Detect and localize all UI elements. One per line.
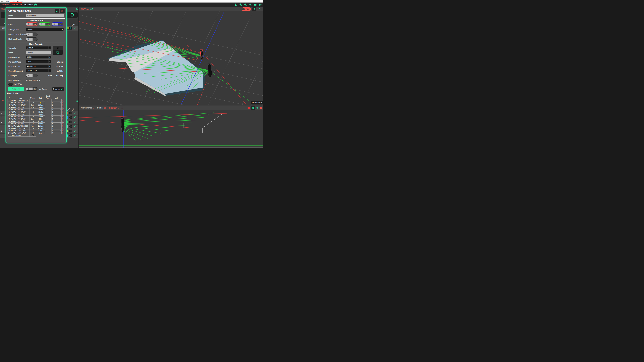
option-select[interactable]: 0° ▾	[30, 102, 36, 104]
control-panel-tab[interactable]: Con	[1, 99, 4, 101]
row-delete-button[interactable]	[62, 120, 64, 122]
screenshot-button[interactable]	[252, 8, 256, 11]
record-button[interactable]	[248, 107, 250, 109]
moon-icon[interactable]	[234, 3, 237, 6]
tab-3d-view[interactable]: 3D View	[81, 8, 88, 10]
speaker-array-upper-selected[interactable]	[200, 50, 203, 59]
mute-toggle[interactable]	[69, 134, 72, 137]
link-select[interactable]: 6▾	[52, 125, 62, 127]
speakers-per-group-input[interactable]: 2Sp.	[26, 87, 38, 91]
row-delete-button[interactable]	[62, 132, 64, 134]
template-name-input[interactable]: Default	[26, 51, 51, 54]
edit-pencil-icon[interactable]	[74, 125, 76, 128]
link-select[interactable]: 4▾	[52, 118, 62, 120]
duplicate-bottom-view-icon[interactable]	[256, 107, 258, 109]
arrangement-rotation-input[interactable]: 0°	[26, 32, 38, 36]
settings-icon[interactable]	[258, 3, 262, 6]
row-delete-button[interactable]	[62, 106, 64, 108]
option-select[interactable]: 0.5° ▾	[30, 104, 36, 106]
first-pickpoint-select[interactable]: ADS Front▾	[26, 65, 51, 68]
group-color-chip[interactable]	[67, 121, 68, 124]
option-select[interactable]: 0.5° ▾	[30, 106, 36, 108]
focus-view-button[interactable]	[251, 106, 255, 110]
position-x-input[interactable]: 8 m	[26, 22, 38, 26]
row-delete-button[interactable]	[62, 102, 64, 104]
type-select[interactable]: AiRAY | 90° 2WAY▾	[11, 106, 30, 108]
link-select[interactable]: 6▾	[52, 127, 62, 130]
sideview-speaker-array[interactable]	[121, 117, 124, 132]
select-entity-dropdown[interactable]: Select entity▾	[11, 134, 30, 137]
brightness-icon[interactable]	[239, 3, 242, 6]
group-color-chip[interactable]	[67, 116, 68, 119]
position-y-input[interactable]: 0 m	[39, 22, 50, 26]
option-select[interactable]: 7° ▾	[30, 130, 36, 132]
mute-toggle[interactable]	[69, 112, 72, 114]
link-select[interactable]: 2▾	[52, 108, 62, 111]
row-delete-button[interactable]	[62, 122, 64, 125]
edit-pencil-icon[interactable]	[74, 116, 76, 119]
row-delete-button[interactable]	[62, 130, 64, 132]
close-microphones-icon[interactable]	[92, 107, 94, 109]
tab-microphones[interactable]: Microphones	[81, 107, 92, 109]
mute-toggle[interactable]	[69, 130, 72, 132]
export-button[interactable]	[67, 12, 78, 18]
sources-panel-tab[interactable]: Sou	[1, 8, 5, 10]
panel-divider[interactable]	[78, 7, 79, 148]
add-entity-button[interactable]	[30, 134, 36, 137]
confirm-button[interactable]	[55, 9, 59, 13]
cloud-download-icon[interactable]	[254, 3, 257, 6]
position-x-value[interactable]: 8	[26, 23, 32, 26]
zoom-out-icon[interactable]	[244, 3, 247, 6]
row-delete-button[interactable]	[62, 116, 64, 118]
type-select[interactable]: AiRAY | 90° 2WAY▾	[11, 111, 30, 113]
site-angle-input[interactable]: 5.5°	[26, 74, 38, 77]
dialog-scrollbar[interactable]	[66, 46, 66, 141]
tab-sources[interactable]: SOURCES	[12, 2, 22, 7]
edit-pencil-icon[interactable]	[74, 121, 76, 123]
close-sideview-icon[interactable]	[118, 107, 120, 109]
option-select[interactable]: 1° ▾	[30, 108, 36, 111]
group-color-swatch[interactable]	[70, 27, 72, 30]
menu-item-view[interactable]: View	[11, 0, 14, 3]
position-z-value[interactable]: 11	[52, 23, 58, 26]
close-probes-icon[interactable]	[104, 107, 106, 109]
tab-rigging[interactable]: RIGGING	[24, 2, 33, 7]
type-select[interactable]: AiRAY | 90° 2WAY▾	[11, 122, 30, 125]
second-pickpoint-select[interactable]: EXBAR | 17▾	[26, 69, 51, 72]
option-select[interactable]: 2.5° ▾	[30, 118, 36, 120]
row-delete-button[interactable]	[62, 108, 64, 111]
row-delete-button[interactable]	[62, 111, 64, 113]
type-select[interactable]: AiRAY | 90° 2WAY▾	[11, 120, 30, 122]
row-delete-button[interactable]	[62, 118, 64, 120]
type-select[interactable]: ViRAY | 120° 1WAY▾	[11, 127, 30, 130]
type-select[interactable]: AiRAY | 90° 2WAY▾	[11, 102, 30, 104]
link-select[interactable]: 1▾	[52, 102, 62, 104]
type-select[interactable]: AiRAY | 90° 2WAY▾	[11, 113, 30, 116]
link-select[interactable]: 3▾	[52, 113, 62, 116]
mute-toggle[interactable]	[69, 125, 72, 128]
tab-probes[interactable]: Probes	[97, 107, 103, 109]
auto-link-button[interactable]: Auto-Link	[8, 87, 24, 91]
frame-type-select[interactable]: FR-AR | EXBAR Rear▾	[11, 99, 30, 102]
copy-add-icon[interactable]	[76, 100, 78, 102]
override-button[interactable]: Override	[52, 87, 64, 91]
type-select[interactable]: ViRAY | 120° 1WAY▾	[11, 132, 30, 134]
type-select[interactable]: ViRAY | 120° 1WAY▾	[11, 130, 30, 132]
edit-pencil-icon[interactable]	[74, 130, 76, 132]
option-select[interactable]: 4° ▾	[30, 122, 36, 125]
group-color-chip[interactable]	[67, 112, 68, 114]
link-select[interactable]: 5▾	[52, 122, 62, 125]
group-color-chip[interactable]	[67, 125, 68, 128]
template-select[interactable]: Default▾	[26, 46, 51, 49]
name-input[interactable]: Main Hangs	[26, 14, 64, 17]
group-color-swatch[interactable]	[67, 27, 69, 30]
3d-viewport[interactable]	[79, 12, 263, 105]
option-select[interactable]: 3° ▾	[30, 120, 36, 122]
option-select[interactable]: 4.5° ▾	[30, 125, 36, 127]
row-delete-button[interactable]	[62, 125, 64, 127]
add-bottom-view-icon[interactable]	[120, 106, 124, 109]
link-select[interactable]: 1▾	[52, 104, 62, 106]
option-select[interactable]: 8° ▾	[30, 111, 36, 113]
frame-link-cell[interactable]	[52, 99, 62, 102]
frame-family-select[interactable]: AiRAY▾	[26, 56, 51, 59]
